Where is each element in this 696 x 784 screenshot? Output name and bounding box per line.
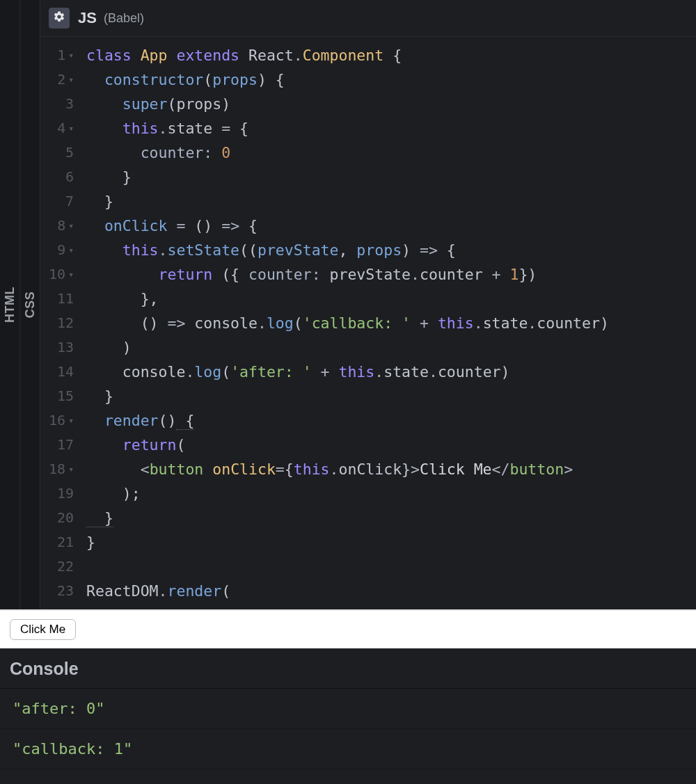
fold-icon[interactable]: ▾ (68, 408, 74, 433)
code-content[interactable]: class App extends React.Component { cons… (79, 37, 696, 609)
output-preview: Click Me (0, 609, 696, 648)
code-line[interactable]: this.setState((prevState, props) => { (86, 238, 696, 262)
console-title: Console (10, 659, 79, 679)
fold-icon[interactable]: ▾ (68, 43, 74, 67)
console-log-line: "callback: 1" (0, 729, 696, 769)
code-line[interactable]: }, (86, 287, 696, 311)
code-line[interactable]: () => console.log('callback: ' + this.st… (86, 311, 696, 335)
code-line[interactable]: this.state = { (86, 116, 696, 141)
line-number: 17 (40, 433, 74, 457)
code-line[interactable]: } (86, 189, 696, 214)
line-number: 6 (40, 165, 74, 189)
js-editor-panel: JS (Babel) 1▾2▾34▾5678▾9▾10▾111213141516… (40, 0, 696, 609)
editor-title: JS (78, 9, 97, 27)
code-line[interactable]: ReactDOM.render( (86, 579, 696, 603)
tab-css-label: CSS (23, 291, 38, 319)
settings-button[interactable] (49, 8, 70, 29)
line-number: 21 (40, 530, 74, 554)
code-editor[interactable]: 1▾2▾34▾5678▾9▾10▾111213141516▾1718▾19202… (40, 37, 696, 609)
line-number: 7 (40, 189, 74, 214)
code-line[interactable]: constructor(props) { (86, 67, 696, 92)
line-number: 15 (40, 384, 74, 408)
tab-css[interactable]: CSS (20, 0, 40, 609)
code-line[interactable]: <button onClick={this.onClick}>Click Me<… (86, 457, 696, 481)
editor-header: JS (Babel) (40, 0, 696, 37)
code-line[interactable]: ); (86, 481, 696, 506)
fold-icon[interactable]: ▾ (68, 262, 74, 287)
line-number: 16▾ (40, 408, 74, 433)
tab-html-label: HTML (3, 287, 17, 323)
line-number: 22 (40, 554, 74, 579)
gear-icon (53, 10, 65, 26)
code-line[interactable]: } (86, 165, 696, 189)
code-line[interactable]: console.log('after: ' + this.state.count… (86, 360, 696, 384)
code-line[interactable]: counter: 0 (86, 141, 696, 165)
line-number: 18▾ (40, 457, 74, 481)
line-number: 11 (40, 287, 74, 311)
tab-html[interactable]: HTML (0, 0, 20, 609)
code-line[interactable]: return ({ counter: prevState.counter + 1… (86, 262, 696, 287)
console-header[interactable]: Console (0, 648, 696, 689)
line-number: 3 (40, 92, 74, 116)
fold-icon[interactable]: ▾ (68, 214, 74, 238)
fold-icon[interactable]: ▾ (68, 67, 74, 92)
code-line[interactable] (86, 554, 696, 579)
console-output: "after: 0""callback: 1" (0, 689, 696, 784)
code-line[interactable]: render() { (86, 408, 696, 433)
editor-subtitle: (Babel) (104, 11, 144, 26)
fold-icon[interactable]: ▾ (68, 238, 74, 262)
code-line[interactable]: onClick = () => { (86, 214, 696, 238)
line-number: 1▾ (40, 43, 74, 67)
console-log-line: "after: 0" (0, 689, 696, 729)
fold-icon[interactable]: ▾ (68, 116, 74, 141)
line-number: 14 (40, 360, 74, 384)
line-number: 23 (40, 579, 74, 603)
code-line[interactable]: class App extends React.Component { (86, 43, 696, 67)
line-number: 2▾ (40, 67, 74, 92)
code-line[interactable]: } (86, 530, 696, 554)
line-number: 8▾ (40, 214, 74, 238)
line-number: 13 (40, 335, 74, 360)
code-line[interactable]: return( (86, 433, 696, 457)
code-line[interactable]: } (86, 506, 696, 530)
editors-row: HTML CSS JS (Babel) 1▾2▾34▾5678▾9▾10▾111… (0, 0, 696, 609)
line-number: 20 (40, 506, 74, 530)
code-line[interactable]: } (86, 384, 696, 408)
line-number: 4▾ (40, 116, 74, 141)
line-number: 9▾ (40, 238, 74, 262)
preview-button[interactable]: Click Me (10, 619, 76, 640)
code-line[interactable]: ) (86, 335, 696, 360)
line-number: 19 (40, 481, 74, 506)
line-number: 10▾ (40, 262, 74, 287)
line-gutter: 1▾2▾34▾5678▾9▾10▾111213141516▾1718▾19202… (40, 37, 79, 609)
line-number: 12 (40, 311, 74, 335)
line-number: 5 (40, 141, 74, 165)
code-line[interactable]: super(props) (86, 92, 696, 116)
fold-icon[interactable]: ▾ (68, 457, 74, 481)
